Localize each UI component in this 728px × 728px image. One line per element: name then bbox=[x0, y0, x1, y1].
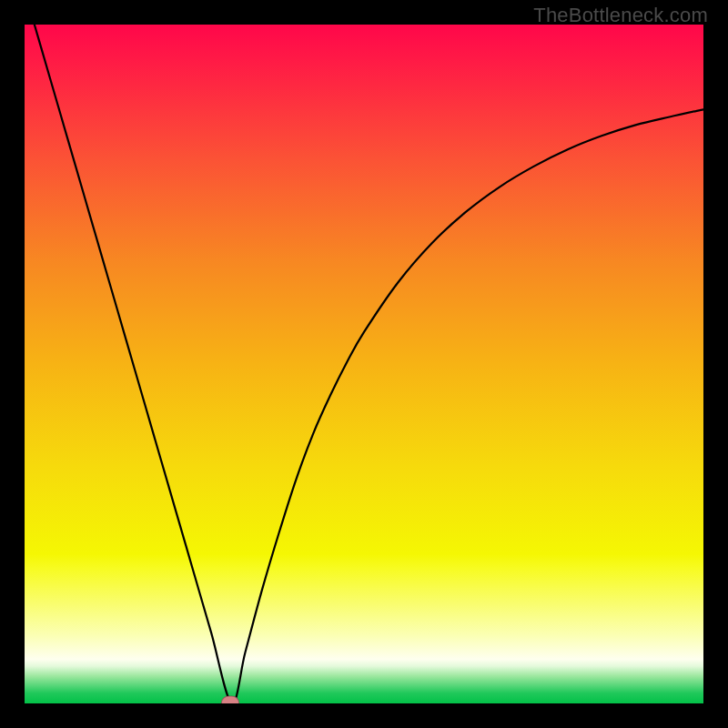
watermark-text: TheBottleneck.com bbox=[533, 4, 708, 27]
optimum-marker bbox=[221, 695, 239, 703]
plot-svg bbox=[25, 25, 703, 703]
gradient-background bbox=[25, 25, 703, 703]
plot-area bbox=[25, 25, 703, 703]
chart-container: TheBottleneck.com bbox=[0, 0, 728, 728]
